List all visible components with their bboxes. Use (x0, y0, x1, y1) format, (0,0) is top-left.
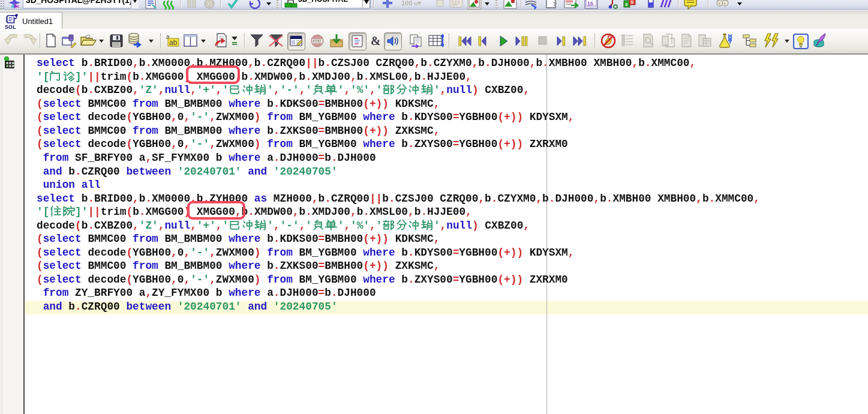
svg-text:S: S (630, 0, 634, 5)
svg-text:15: 15 (587, 1, 593, 7)
svg-text:3: 3 (625, 2, 628, 7)
svg-text:#?X!: #?X! (313, 39, 321, 43)
svg-text:ab: ab (169, 38, 178, 47)
